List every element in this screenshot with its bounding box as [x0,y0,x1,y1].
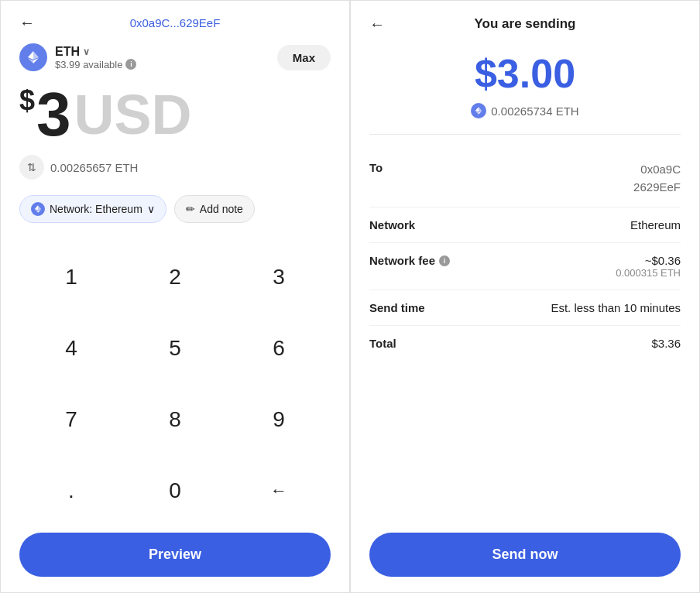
amount-display: $ 3 USD [19,84,331,146]
svg-marker-1 [28,51,33,60]
numpad-key-8[interactable]: 8 [123,384,227,455]
eth-equivalent: 0.00265657 ETH [50,161,138,174]
numpad-key-6[interactable]: 6 [227,313,331,384]
max-button[interactable]: Max [277,45,331,70]
send-eth-row: 0.00265734 ETH [369,103,681,118]
eth-equiv-row: ⇅ 0.00265657 ETH [19,155,331,180]
token-balance: $3.99 available i [55,59,136,70]
send-eth-icon [471,103,486,118]
numpad-key-3[interactable]: 3 [227,242,331,313]
numpad-key-4[interactable]: 4 [19,313,123,384]
swap-currency-button[interactable]: ⇅ [19,155,44,180]
recipient-address: 0x0a9C 2629EeF [633,161,681,196]
network-fee-row: Network fee i ~$0.36 0.000315 ETH [369,243,681,290]
add-note-label: Add note [200,203,243,215]
to-row: To 0x0a9C 2629EeF [369,150,681,207]
eth-logo-icon [19,43,47,71]
fee-info-icon[interactable]: i [439,255,450,266]
token-chevron-icon: ∨ [83,46,90,57]
network-eth-icon [31,202,45,216]
pencil-icon: ✏ [186,203,195,215]
send-amount-panel: ← 0x0a9C...629EeF ETH ∨ [0,0,350,593]
amount-number: 3 [36,84,71,146]
send-usd-amount: $3.00 [369,50,681,97]
panel2-back-button[interactable]: ← [369,15,385,33]
panel2-title: You are sending [475,16,576,32]
panel2-header: ← You are sending [369,16,681,32]
send-time-row: Send time Est. less than 10 minutes [369,290,681,326]
svg-marker-0 [33,51,39,60]
amount-currency: USD [74,87,192,142]
dollar-sign: $ [19,87,35,115]
network-row: Network Ethereum [369,207,681,243]
svg-marker-5 [35,205,38,211]
network-label: Network: Ethereum [50,203,142,215]
numpad-key-decimal[interactable]: . [19,455,123,526]
add-note-button[interactable]: ✏ Add note [174,195,255,223]
balance-info-icon[interactable]: i [125,59,136,70]
token-selector-row: ETH ∨ $3.99 available i Max [19,43,331,71]
total-row: Total $3.36 [369,326,681,361]
svg-marker-8 [479,107,482,112]
send-time-value: Est. less than 10 minutes [551,301,681,314]
numpad-key-2[interactable]: 2 [123,242,227,313]
back-button[interactable]: ← [19,14,35,32]
network-detail-label: Network [369,218,415,231]
panel1-header: ← 0x0a9C...629EeF [19,16,331,29]
send-eth-amount: 0.00265734 ETH [491,105,578,118]
numpad-backspace-button[interactable]: ← [227,455,331,526]
numpad-key-0[interactable]: 0 [123,455,227,526]
fee-usd-value: ~$0.36 [616,254,681,267]
total-label: Total [369,337,396,350]
numpad-key-9[interactable]: 9 [227,384,331,455]
fee-label: Network fee i [369,254,450,267]
wallet-address: 0x0a9C...629EeF [130,16,221,29]
section-divider [369,134,681,135]
token-info[interactable]: ETH ∨ $3.99 available i [19,43,136,71]
send-now-button[interactable]: Send now [369,533,681,577]
numpad-key-1[interactable]: 1 [19,242,123,313]
fee-eth-value: 0.000315 ETH [616,267,681,279]
send-time-label: Send time [369,301,425,314]
numpad-key-7[interactable]: 7 [19,384,123,455]
token-details: ETH ∨ $3.99 available i [55,45,136,70]
action-row: Network: Ethereum ∨ ✏ Add note [19,195,331,223]
svg-marker-4 [38,205,41,211]
network-chevron-icon: ∨ [147,203,155,215]
network-detail-value: Ethereum [630,218,681,231]
svg-marker-9 [475,107,479,112]
preview-button[interactable]: Preview [19,533,331,577]
transaction-details: To 0x0a9C 2629EeF Network Ethereum Netwo… [369,150,681,520]
total-value: $3.36 [651,337,681,350]
numpad-key-5[interactable]: 5 [123,313,227,384]
send-amount-display: $3.00 [369,50,681,97]
numpad: 1 2 3 4 5 6 7 8 9 . 0 ← [19,242,331,526]
token-name: ETH ∨ [55,45,136,59]
network-selector-button[interactable]: Network: Ethereum ∨ [19,195,166,223]
to-label: To [369,161,383,174]
send-confirmation-panel: ← You are sending $3.00 0.00265734 ETH [350,0,700,593]
